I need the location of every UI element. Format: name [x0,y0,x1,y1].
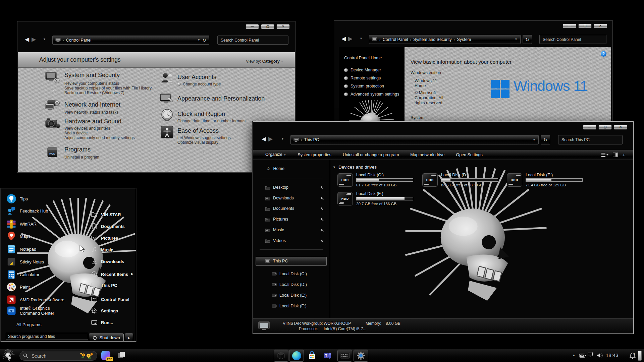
start-menu-item-sticky-notes[interactable]: Sticky Notes [6,257,44,267]
search-input[interactable] [539,35,606,44]
start-menu-item-recent-items[interactable]: Recent Items [91,271,128,278]
close-button[interactable]: ✕ [614,125,627,130]
sidebar-item-device-manager[interactable]: Device Manager [344,68,381,72]
taskbar-app-store[interactable] [305,350,319,362]
nav-history-chevron-icon[interactable]: ▼ [360,34,363,43]
tray-chevron-icon[interactable]: ▲ [572,353,576,357]
breadcrumb-system[interactable]: System [457,37,471,42]
maximize-button[interactable]: ▢ [261,24,274,29]
start-button-skull-icon[interactable] [2,349,15,362]
drive-tile-f[interactable]: HDD Local Disk (F:) 20.7 GB free of 136 … [337,191,418,207]
network-icon[interactable] [588,352,594,359]
start-menu-item-winrar[interactable]: WinRAR [6,219,37,229]
category-appearance[interactable]: Appearance and Personalization [177,95,265,102]
group-header-devices-drives[interactable]: ▼ Devices and drives [333,165,377,170]
minimize-button[interactable]: — [563,23,576,28]
shut-down-button[interactable]: Shut down [89,334,124,342]
address-dropdown-icon[interactable]: ▼ [533,135,536,144]
refresh-icon[interactable]: ↻ [202,38,206,43]
sidebar-item-local-disk-c[interactable]: Local Disk (C:) [272,272,307,276]
start-menu-item-notepad[interactable]: Notepad [6,244,36,254]
sidebar-item-remote-settings[interactable]: Remote settings [344,76,381,80]
start-menu-item-this-pc[interactable]: This PC [91,282,117,289]
minimize-button[interactable]: — [583,125,596,130]
organize-menu[interactable]: Organize ▼ [265,150,286,160]
start-menu-item-control-panel[interactable]: Control Panel [91,296,129,303]
address-bar[interactable]: › Control Panel ▼ ↻ [52,36,209,45]
nav-history-chevron-icon[interactable]: ▼ [43,35,46,44]
start-menu-item-run[interactable]: Run... [91,319,113,326]
cp-link[interactable]: Add a device [64,131,135,135]
ease-of-access-icon[interactable] [160,125,175,139]
sidebar-item-music[interactable]: Music [265,228,284,232]
category-hardware-sound[interactable]: Hardware and Sound [64,118,121,125]
start-menu-item-maps[interactable]: Maps [6,231,31,241]
sidebar-item-home[interactable]: ☆ Home [266,166,284,171]
view-by-value[interactable]: Category [262,59,280,64]
start-menu-item-tips[interactable]: Tips [6,194,28,204]
start-menu-search-input[interactable] [6,333,88,340]
drive-tile-e[interactable]: HDD Local Disk (E:) 71.4 GB free of 129 … [507,173,587,188]
breadcrumb[interactable]: This PC [304,137,319,142]
change-view-icon[interactable] [601,153,609,157]
taskbar-app-settings[interactable] [354,350,368,362]
notification-bell-icon[interactable]: z [629,352,636,359]
start-menu-item-calculator[interactable]: Calculator [6,269,40,280]
clock-region-icon[interactable] [160,108,175,122]
start-menu-item-downloads[interactable]: Downloads [91,258,124,265]
cp-link[interactable]: Optimize visual display [177,140,231,145]
appearance-personalization-icon[interactable] [160,93,175,107]
show-desktop-button[interactable] [638,351,642,361]
category-clock-region[interactable]: Clock and Region [177,111,225,118]
address-bar[interactable]: › Control Panel › System and Security › … [369,35,521,44]
drive-tile-d[interactable]: HDD Local Disk (D:) 83.5 GB free of 98.5… [422,173,503,188]
map-network-drive-button[interactable]: Map network drive [410,153,444,157]
cp-link[interactable]: Save backup copies of your files with Fi… [64,86,152,90]
start-menu-item-settings[interactable]: Settings [91,307,118,314]
start-menu-item-user[interactable]: VIN STAR [91,211,121,218]
expand-ribbon-icon[interactable]: + [622,152,625,158]
start-menu-item-paint[interactable]: Paint [6,282,30,292]
category-user-accounts[interactable]: User Accounts [177,74,216,81]
cp-link[interactable]: Let Windows suggest settings [177,135,231,140]
pane-divider[interactable] [330,160,330,318]
open-settings-button[interactable]: Open Settings [456,153,482,157]
back-icon[interactable]: ◀ [262,134,266,143]
search-input[interactable] [217,36,288,45]
address-dropdown-icon[interactable]: ▼ [197,36,200,45]
cp-link[interactable]: View network status and tasks [64,110,118,115]
copilot-icon[interactable]: PRE [101,351,110,360]
nav-history-chevron-icon[interactable]: ▼ [281,134,284,143]
start-menu-item-feedback-hub[interactable]: Feedback Hub [6,206,48,216]
cp-link[interactable]: View devices and printers [64,126,135,131]
cp-link[interactable]: Change date, time, or number formats [177,119,246,123]
battery-icon[interactable] [579,353,586,358]
breadcrumb-system-security[interactable]: System and Security [413,37,452,42]
sidebar-item-control-panel-home[interactable]: Control Panel Home [344,56,382,60]
breadcrumb-control-panel[interactable]: Control Panel [383,37,408,42]
sidebar-item-pictures[interactable]: Pictures [265,217,288,222]
back-icon[interactable]: ◀ [25,35,29,44]
clock[interactable]: 18:43 [606,352,619,358]
system-properties-button[interactable]: System properties [298,153,331,157]
user-accounts-icon[interactable] [160,72,175,86]
shut-down-options-button[interactable]: ▶ [125,334,133,342]
system-security-icon[interactable] [45,71,60,85]
start-menu-item-amd-radeon[interactable]: AMD Radeon Software [6,295,64,305]
cp-link[interactable]: Adjust commonly used mobility settings [64,135,135,140]
address-bar[interactable]: › This PC ▼ [290,135,539,144]
sidebar-item-system-protection[interactable]: System protection [344,84,384,88]
uninstall-program-button[interactable]: Uninstall or change a program [343,153,399,157]
taskbar-app-edge[interactable] [289,350,304,362]
forward-icon[interactable]: ▶ [268,134,273,143]
close-button[interactable]: ✕ [276,24,290,29]
programs-icon[interactable]: HUD [45,145,60,160]
maximize-button[interactable]: ▢ [578,23,592,28]
sidebar-item-documents[interactable]: Documents [265,206,294,211]
refresh-button[interactable]: ↻ [523,35,532,44]
cp-link[interactable]: Change account type [183,82,221,86]
category-programs[interactable]: Programs [64,146,91,153]
forward-icon[interactable]: ▶ [348,34,353,43]
taskbar-app-teams[interactable]: T [320,350,335,362]
category-network-internet[interactable]: Network and Internet [64,101,120,108]
